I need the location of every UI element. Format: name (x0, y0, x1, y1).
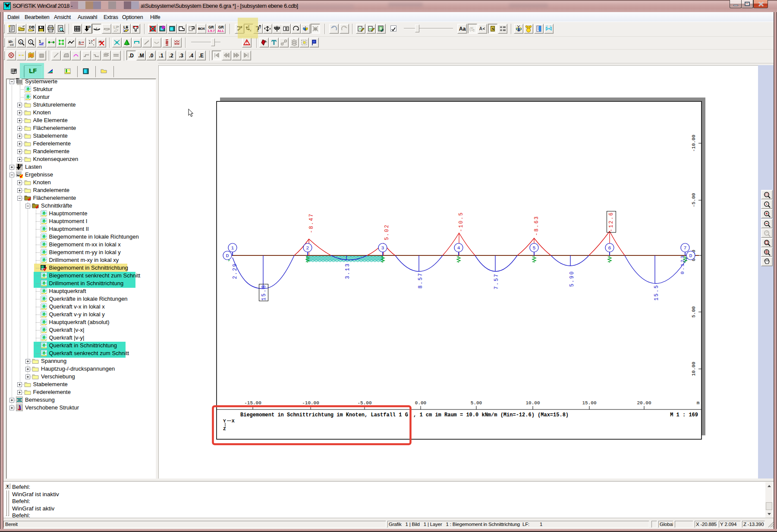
svg-text:1: 1 (231, 245, 234, 251)
svg-text:-8.47: -8.47 (308, 213, 315, 233)
svg-text:-15.00: -15.00 (244, 400, 261, 406)
svg-text:1: 1 (123, 29, 125, 32)
svg-text:BOX: BOX (198, 27, 205, 31)
svg-text:-5.00: -5.00 (691, 193, 696, 207)
svg-text:Biegemoment in Schnittrichtung: Biegemoment in Schnittrichtung im Knoten… (240, 412, 408, 418)
svg-text:a: a (79, 40, 81, 44)
svg-text:ALL: ALL (217, 29, 224, 32)
svg-text:1: 1 (39, 39, 41, 44)
svg-text:a: a (20, 40, 22, 44)
svg-text:2: 2 (473, 28, 475, 32)
svg-text:5.90: 5.90 (569, 271, 575, 287)
svg-text:P: P (88, 25, 91, 29)
svg-text:6: 6 (608, 245, 611, 251)
svg-text:0.00: 0.00 (415, 400, 426, 406)
svg-text:M 1 : 169: M 1 : 169 (670, 412, 698, 418)
svg-text:5: 5 (533, 245, 536, 251)
svg-text:, 1 cm im Raum = 10.0 kNm/m (M: , 1 cm im Raum = 10.0 kNm/m (Min=-12.6) … (413, 412, 569, 418)
svg-text:5.02: 5.02 (384, 224, 390, 240)
svg-text:m: m (697, 400, 700, 406)
svg-text:Y: Y (223, 419, 226, 424)
svg-text:DB: DB (29, 25, 35, 29)
svg-text:20.00: 20.00 (637, 400, 651, 406)
svg-text:7.57: 7.57 (494, 273, 500, 290)
svg-text:10.00: 10.00 (691, 362, 696, 376)
svg-text:-8.63: -8.63 (534, 215, 540, 236)
svg-text:-12.6: -12.6 (608, 211, 614, 232)
svg-text:P: P (20, 164, 22, 168)
svg-text:15.8: 15.8 (261, 284, 267, 301)
svg-text:7: 7 (684, 245, 687, 251)
svg-text:3.13: 3.13 (345, 263, 351, 279)
svg-text:5.00: 5.00 (471, 400, 482, 406)
svg-text:D: D (689, 253, 692, 258)
svg-text:0.123: 0.123 (679, 255, 685, 274)
svg-text:Z: Z (223, 426, 226, 431)
svg-text:y: y (259, 25, 261, 29)
svg-text:cd: cd (10, 43, 13, 46)
svg-text:15.5: 15.5 (654, 284, 660, 301)
svg-text:15.00: 15.00 (582, 400, 596, 406)
svg-text:-10.5: -10.5 (458, 211, 464, 232)
svg-text:3: 3 (381, 245, 384, 251)
svg-text:D: D (226, 253, 229, 258)
svg-text:8.57: 8.57 (418, 272, 424, 289)
svg-text:-5.00: -5.00 (357, 400, 371, 406)
svg-text:A: A (479, 26, 482, 31)
svg-text:X: X (232, 419, 235, 424)
svg-text:P: P (14, 69, 17, 72)
svg-text:4: 4 (457, 245, 460, 251)
svg-text:2.29: 2.29 (232, 263, 238, 279)
svg-text:5: 5 (492, 27, 494, 31)
svg-text:1: 1 (30, 40, 32, 44)
svg-text:1.5.7: 1.5.7 (208, 29, 215, 32)
svg-text:Aa: Aa (459, 26, 466, 32)
svg-text:-10.00: -10.00 (691, 135, 696, 152)
svg-text:10.00: 10.00 (525, 400, 540, 406)
svg-text:-10.00: -10.00 (302, 400, 319, 406)
svg-text:5.00: 5.00 (691, 306, 696, 318)
svg-text:2: 2 (306, 245, 309, 251)
